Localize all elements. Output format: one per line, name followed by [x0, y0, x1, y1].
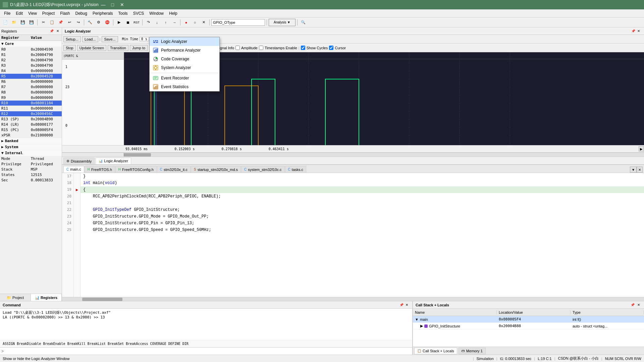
- reg-row-r10[interactable]: R100x08001184: [0, 101, 62, 106]
- reg-row-r13--sp-[interactable]: R13 (SP)0x20004B90: [0, 117, 62, 122]
- code-scroll-thumb[interactable]: [82, 298, 122, 301]
- reg-row-mode[interactable]: ModeThread: [0, 156, 62, 162]
- menu-window[interactable]: Window: [147, 10, 166, 16]
- step-out-button[interactable]: ↑: [162, 19, 170, 26]
- build-button[interactable]: 🔨: [86, 19, 94, 26]
- tab-system-c[interactable]: C system_stm32f10c.c: [241, 166, 285, 173]
- command-input[interactable]: [5, 349, 411, 353]
- reg-row-r0[interactable]: R00x20004590: [0, 47, 62, 52]
- reg-row-r4[interactable]: R40x00000000: [0, 68, 62, 74]
- reg-row-xpsr[interactable]: xPSR0x21000000: [0, 133, 62, 138]
- menu-view[interactable]: View: [25, 10, 40, 16]
- stop-build-button[interactable]: ⛔: [103, 19, 111, 26]
- step-into-button[interactable]: ↓: [153, 19, 161, 26]
- function-dropdown[interactable]: [211, 19, 265, 26]
- la-close-icon[interactable]: ✕: [636, 28, 641, 34]
- code-hscrollbar[interactable]: [62, 297, 644, 301]
- la-show-cycles-checkbox[interactable]: [301, 46, 305, 50]
- tab-main-c[interactable]: C main.c: [63, 166, 84, 173]
- reg-row-r8[interactable]: R80x00000000: [0, 90, 62, 95]
- reg-group-banked[interactable]: ▶Banked: [0, 138, 62, 144]
- reg-row-r1[interactable]: R10x20004790: [0, 52, 62, 58]
- reg-row-r3[interactable]: R30x20004790: [0, 63, 62, 68]
- code-line-19[interactable]: {: [80, 186, 644, 193]
- dropdown-code-coverage[interactable]: CC Code Coverage: [150, 55, 219, 63]
- code-line-22[interactable]: GPIO_InitTypeDef GPIO_InitStructure;: [80, 206, 644, 213]
- reg-row-r9[interactable]: R90x00000000: [0, 95, 62, 101]
- code-line-25[interactable]: GPIO_InitStructure.GPIO_Speed = GPIO_Spe…: [80, 227, 644, 233]
- la-scroll-right-button[interactable]: ▶: [639, 146, 644, 152]
- la-stop-button[interactable]: Stop: [63, 45, 76, 51]
- code-line-17[interactable]: }: [80, 173, 644, 180]
- new-button[interactable]: 📄: [1, 19, 9, 26]
- reset-button[interactable]: RST: [132, 19, 141, 26]
- menu-svcs[interactable]: SVCS: [130, 10, 147, 16]
- registers-close-icon[interactable]: ✕: [55, 28, 60, 34]
- la-load-button[interactable]: Load...: [82, 36, 98, 42]
- reg-row-r15--pc-[interactable]: R15 (PC)0x080005F4: [0, 127, 62, 133]
- disable-bp-button[interactable]: ○: [191, 19, 199, 26]
- code-tabs-dropdown-button[interactable]: ▼: [630, 167, 637, 173]
- code-line-23[interactable]: GPIO_InitStructure.GPIO_Mode = GPIO_Mode…: [80, 213, 644, 220]
- reg-row-r7[interactable]: R70x00000000: [0, 84, 62, 90]
- la-jump-to-button[interactable]: Jump to: [130, 45, 148, 51]
- debug-start-button[interactable]: ▶: [115, 19, 123, 26]
- undo-button[interactable]: ↩: [65, 19, 73, 26]
- paste-button[interactable]: 📌: [57, 19, 65, 26]
- step-over-button[interactable]: ↷: [144, 19, 152, 26]
- project-tab[interactable]: 📁 Project: [0, 294, 31, 301]
- cut-button[interactable]: ✂: [39, 19, 47, 26]
- la-transition-button[interactable]: Transition: [108, 45, 128, 51]
- cs-tab-callstack[interactable]: 📋 Call Stack + Locals: [414, 348, 457, 354]
- close-button[interactable]: ✕: [117, 0, 127, 9]
- la-timestamps-checkbox[interactable]: [259, 46, 263, 50]
- redo-button[interactable]: ↪: [74, 19, 82, 26]
- la-update-screen-button[interactable]: Update Screen: [77, 45, 106, 51]
- reg-group-internal[interactable]: ▼Internal: [0, 150, 62, 156]
- command-close-icon[interactable]: ✕: [404, 302, 410, 308]
- menu-debug[interactable]: Debug: [73, 10, 90, 16]
- cs-row-gpio[interactable]: ▶ GPIO_InitStructure 0x20004B88 auto - s…: [413, 323, 644, 329]
- tab-tasks-c[interactable]: C tasks.c: [285, 166, 306, 173]
- menu-help[interactable]: Help: [166, 10, 180, 16]
- reg-group-core[interactable]: ▼Core: [0, 41, 62, 47]
- code-tabs-close-button[interactable]: ✕: [637, 167, 643, 173]
- save-all-button[interactable]: 💾: [28, 19, 36, 26]
- registers-tab[interactable]: 📊 Registers: [31, 294, 62, 301]
- la-setup-button[interactable]: Setup...: [63, 36, 81, 42]
- dropdown-event-recorder[interactable]: Event Recorder: [150, 74, 219, 82]
- open-button[interactable]: 📁: [10, 19, 18, 26]
- code-line-18[interactable]: int main(void): [80, 180, 644, 186]
- tab-logic-analyzer[interactable]: 📊 Logic Analyzer: [96, 158, 131, 164]
- callstack-close-icon[interactable]: ✕: [636, 302, 641, 308]
- reg-row-privilege[interactable]: PrivilegePrivileged: [0, 162, 62, 167]
- code-line-21[interactable]: [80, 200, 644, 206]
- la-amplitude-checkbox[interactable]: [235, 46, 240, 50]
- cs-expand-main[interactable]: ▼: [415, 317, 419, 321]
- search-button[interactable]: 🔍: [299, 19, 307, 26]
- la-cursor-checkbox[interactable]: [329, 46, 333, 50]
- registers-pin-icon[interactable]: 📌: [49, 28, 54, 34]
- la-hscrollbar[interactable]: [62, 153, 644, 157]
- maximize-button[interactable]: □: [108, 0, 117, 9]
- reg-row-stack[interactable]: StackMSP: [0, 167, 62, 172]
- cs-row-main[interactable]: ▼ main 0x080005F4 int f(): [413, 316, 644, 323]
- dropdown-logic-analyzer[interactable]: Logic Analyzer: [150, 37, 219, 46]
- reg-row-r6[interactable]: R60x00000000: [0, 79, 62, 84]
- tab-freertosconfig-h[interactable]: H FreeRTOSConfig.h: [115, 166, 157, 173]
- menu-file[interactable]: File: [1, 10, 13, 16]
- code-line-20[interactable]: RCC_APB2PeriphClockCmd(RCC_APB2Periph_GP…: [80, 193, 644, 200]
- reg-row-r2[interactable]: R20x20004790: [0, 58, 62, 63]
- dropdown-system-analyzer[interactable]: System Analyzer: [150, 63, 219, 72]
- la-scroll-track[interactable]: [124, 153, 644, 157]
- tab-disassembly[interactable]: ⚙ Disassembly: [63, 158, 95, 164]
- breakpoint-button[interactable]: ●: [182, 19, 190, 26]
- analysis-dropdown-button[interactable]: Analysis ▼: [269, 19, 296, 26]
- code-line-24[interactable]: GPIO_InitStructure.GPIO_Pin = GPIO_Pin_1…: [80, 220, 644, 227]
- reg-row-states[interactable]: States12515: [0, 172, 62, 178]
- reg-row-sec[interactable]: Sec0.00013833: [0, 178, 62, 183]
- la-scroll-thumb[interactable]: [124, 153, 151, 157]
- command-pin-icon[interactable]: 📌: [399, 302, 404, 308]
- minimize-button[interactable]: —: [99, 0, 108, 9]
- cs-tab-memory[interactable]: 🗃 Memory 1: [459, 348, 486, 354]
